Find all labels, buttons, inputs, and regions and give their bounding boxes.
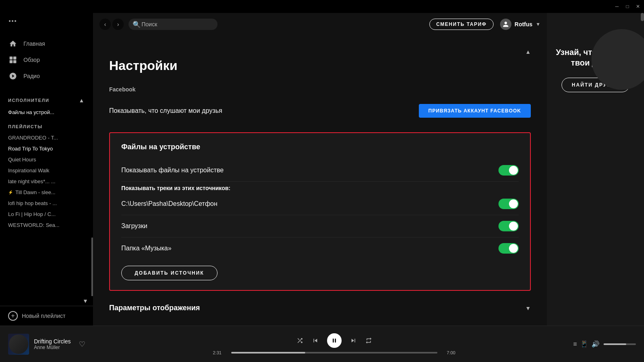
playlist-item[interactable]: ⚡ Till Dawn - slee... — [0, 187, 93, 198]
source-toggle-downloads[interactable] — [498, 221, 519, 231]
back-button[interactable]: ‹ — [99, 19, 111, 30]
shuffle-button[interactable] — [296, 337, 304, 344]
facebook-connect-button[interactable]: ПРИВЯЗАТЬ АККАУНТ FACEBOOK — [419, 104, 531, 118]
playlist-label: GRANDRODEO - T... — [8, 135, 58, 141]
sidebar-item-browse[interactable]: Обзор — [0, 52, 93, 68]
svg-rect-3 — [13, 60, 17, 64]
show-files-row: Показывать файлы на устройстве — [121, 159, 519, 182]
playlist-item[interactable]: lofi hip hop beats - ... — [0, 198, 93, 209]
playlist-item[interactable]: GRANDRODEO - T... — [0, 132, 93, 143]
svg-rect-2 — [10, 60, 13, 64]
title-bar: ─ □ ✕ — [0, 0, 644, 13]
playlist-label: WESTWORLD: Sea... — [8, 222, 59, 228]
sidebar-item-label: Обзор — [23, 57, 40, 63]
playlist-label: Inspirational Walk — [8, 167, 49, 174]
next-button[interactable] — [350, 337, 357, 344]
source-toggle-music[interactable] — [498, 243, 519, 254]
player-extra-icons: ≡ 📱 🔊 — [573, 340, 600, 348]
app-body: Главная Обзор Радио ИСПОЛНИТЕЛИ ▲ Файлы … — [0, 13, 644, 326]
facebook-row-label: Показывать, что слушают мои друзья — [109, 107, 222, 114]
source-toggle-desktop[interactable] — [498, 199, 519, 209]
radio-icon — [8, 71, 18, 81]
playlist-item[interactable]: Road Trip To Tokyo — [0, 143, 93, 154]
toggle-thumb — [509, 166, 518, 175]
playlist-label: Quiet Hours — [8, 157, 36, 163]
avatar — [500, 19, 511, 30]
forward-button[interactable]: › — [112, 19, 124, 30]
player-bar: Drifting Circles Anne Müller ♡ — [0, 326, 644, 362]
player-right: ≡ 📱 🔊 — [547, 340, 636, 348]
sidebar-item-home[interactable]: Главная — [0, 36, 93, 52]
volume-fill — [604, 343, 626, 345]
right-panel-scrollbar[interactable] — [641, 13, 644, 21]
sidebar-item-radio[interactable]: Радио — [0, 68, 93, 84]
playlist-item[interactable]: WESTWORLD: Sea... — [0, 220, 93, 231]
upgrade-button[interactable]: СМЕНИТЬ ТАРИФ — [429, 19, 494, 30]
sidebar-item-label: Главная — [23, 40, 45, 47]
more-options-button[interactable] — [6, 18, 87, 24]
dot — [9, 20, 11, 22]
plus-icon: + — [8, 311, 18, 321]
new-playlist-button[interactable]: + Новый плейлист — [8, 311, 85, 321]
search-input[interactable] — [141, 21, 211, 28]
play-pause-button[interactable] — [327, 333, 342, 348]
source-label: Папка «Музыка» — [121, 245, 171, 252]
lyrics-icon[interactable]: ≡ — [573, 341, 577, 348]
playlist-label: Lo Fi | Hip Hop / C... — [8, 211, 56, 217]
playlist-item[interactable]: Lo Fi | Hip Hop / C... — [0, 209, 93, 220]
player-controls: 2:31 7:00 — [121, 333, 547, 355]
files-label: Файлы на устрой... — [8, 109, 54, 115]
repeat-button[interactable] — [365, 337, 372, 344]
user-menu[interactable]: Rotfus ▼ — [500, 19, 541, 30]
devices-icon[interactable]: 📱 — [580, 340, 588, 348]
minimize-button[interactable]: ─ — [614, 4, 620, 9]
track-thumbnail — [8, 334, 29, 355]
source-label: C:\Users\Pasha\Desktop\Сетфон — [121, 200, 217, 207]
track-info: Drifting Circles Anne Müller — [34, 338, 71, 350]
source-row-music: Папка «Музыка» — [121, 237, 519, 259]
browse-icon — [8, 55, 18, 65]
toggle-thumb — [509, 199, 518, 208]
maximize-button[interactable]: □ — [625, 4, 630, 9]
volume-icon[interactable]: 🔊 — [591, 340, 600, 348]
track-name: Drifting Circles — [34, 338, 71, 345]
progress-bar[interactable] — [231, 352, 437, 354]
source-row-desktop: C:\Users\Pasha\Desktop\Сетфон — [121, 193, 519, 215]
add-source-button[interactable]: ДОБАВИТЬ ИСТОЧНИК — [121, 266, 217, 280]
playlists-section-header: ПЛЕЙЛИСТЫ — [0, 118, 93, 132]
sidebar-item-files[interactable]: Файлы на устрой... — [0, 107, 93, 118]
control-buttons — [296, 333, 372, 348]
svg-rect-1 — [13, 57, 17, 60]
volume-bar[interactable] — [604, 343, 636, 345]
sidebar-scrollbar[interactable] — [91, 237, 93, 296]
playlists-list: GRANDRODEO - T... Road Trip To Tokyo Qui… — [0, 132, 93, 296]
track-artist: Anne Müller — [34, 345, 71, 350]
chevron-up-icon[interactable]: ▲ — [79, 97, 85, 104]
show-files-label: Показывать файлы на устройстве — [121, 167, 224, 174]
home-icon — [8, 39, 18, 49]
device-files-title: Файлы на устройстве — [121, 143, 519, 151]
playlist-item[interactable]: Inspirational Walk — [0, 165, 93, 176]
source-row-downloads: Загрузки — [121, 215, 519, 237]
sidebar-bottom: + Новый плейлист — [0, 306, 93, 326]
sidebar: Главная Обзор Радио ИСПОЛНИТЕЛИ ▲ Файлы … — [0, 13, 93, 326]
window-controls: ─ □ ✕ — [614, 4, 641, 9]
progress-fill — [231, 352, 306, 354]
facebook-row: Показывать, что слушают мои друзья ПРИВЯ… — [109, 99, 531, 123]
total-time: 7:00 — [441, 350, 456, 355]
sidebar-nav: Главная Обзор Радио — [0, 29, 93, 91]
like-button[interactable]: ♡ — [79, 340, 85, 349]
topbar: ‹ › 🔍 СМЕНИТЬ ТАРИФ Rotfus ▼ — [93, 13, 547, 36]
artists-section-label: ИСПОЛНИТЕЛИ — [8, 98, 49, 103]
playlist-item[interactable]: late night vibes*... ... — [0, 176, 93, 187]
playlist-item[interactable]: Quiet Hours — [0, 154, 93, 165]
toggle-thumb — [509, 244, 518, 253]
facebook-section: Facebook Показывать, что слушают мои дру… — [109, 86, 531, 123]
nav-arrows: ‹ › — [99, 19, 124, 30]
track-thumb-circle — [9, 334, 28, 354]
previous-button[interactable] — [312, 337, 319, 344]
close-button[interactable]: ✕ — [635, 4, 641, 9]
show-files-toggle[interactable] — [498, 165, 519, 176]
playlist-label: Road Trip To Tokyo — [8, 146, 53, 152]
current-time: 2:31 — [213, 350, 227, 355]
